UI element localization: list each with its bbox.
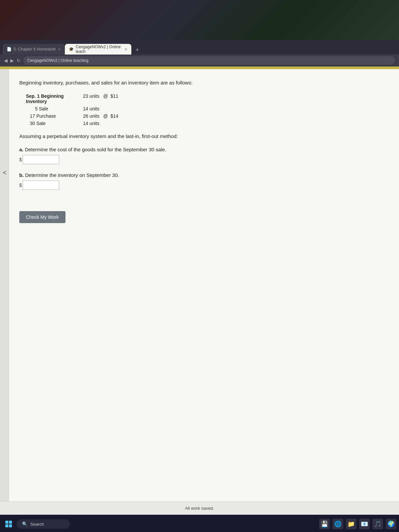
inv-date-3: 17 Purchase (26, 113, 79, 119)
part-a-label: a. Determine the cost of the goods sold … (19, 147, 386, 152)
chevron-left-icon: < (3, 169, 7, 177)
inventory-row-4: 30 Sale 14 units (26, 121, 386, 126)
refresh-button[interactable]: ↻ (17, 58, 21, 63)
taskbar-icon-mail[interactable]: 📧 (359, 519, 370, 529)
check-my-work-button[interactable]: Check My Work (19, 211, 66, 223)
assumption-text: Assuming a perpetual inventory system an… (19, 133, 386, 140)
tab-icon-2: 🎓 (69, 47, 74, 52)
inventory-table: Sep. 1 Beginning Inventory 23 units @ $1… (26, 93, 386, 126)
part-a-dollar-sign: $ (19, 157, 22, 162)
tab-cengagenow[interactable]: 🎓 CengageNOWv2 | Online teach ✕ (65, 44, 131, 55)
taskbar-icon-browser[interactable]: 🌐 (332, 519, 343, 529)
part-b-dollar-sign: $ (19, 183, 22, 188)
tab-label-2: CengageNOWv2 | Online teach (76, 45, 122, 54)
tab-close-1[interactable]: ✕ (58, 47, 61, 52)
part-b-input-row: $ (19, 181, 386, 190)
taskbar: 🔍 Search 💾 🌐 📁 📧 🎵 🌍 (0, 515, 399, 532)
browser-chrome: 📄 5: Chapter 6 Homework ✕ 🎓 CengageNOWv2… (0, 40, 399, 66)
content-area: < Beginning inventory, purchases, and sa… (0, 69, 399, 501)
taskbar-icon-file[interactable]: 💾 (319, 519, 330, 529)
part-a-input[interactable] (23, 155, 59, 164)
new-tab-button[interactable]: + (133, 45, 142, 55)
win-sq-2 (9, 521, 12, 524)
taskbar-wrapper: 🔍 Search 💾 🌐 📁 📧 🎵 🌍 (0, 515, 399, 532)
tab-label-1: 5: Chapter 6 Homework (14, 47, 56, 52)
left-nav-arrow[interactable]: < (0, 69, 9, 501)
part-b-input[interactable] (23, 181, 59, 190)
tab-icon-1: 📄 (7, 47, 12, 52)
url-text: CengageNOWv2 | Online teaching (27, 58, 88, 63)
win-sq-3 (5, 524, 8, 527)
taskbar-search[interactable]: 🔍 Search (17, 519, 70, 529)
search-icon: 🔍 (22, 521, 28, 527)
taskbar-icon-folder[interactable]: 📁 (346, 519, 356, 529)
taskbar-icons: 💾 🌐 📁 📧 🎵 🌍 (319, 519, 396, 529)
windows-icon (5, 521, 12, 527)
part-a-input-row: $ (19, 155, 386, 164)
address-bar: ◀ ▶ ↻ CengageNOWv2 | Online teaching (0, 55, 399, 66)
forward-button[interactable]: ▶ (10, 58, 14, 63)
inv-details-2: 14 units (79, 106, 99, 111)
desktop-background (0, 0, 399, 40)
taskbar-icon-settings[interactable]: 🌍 (386, 519, 396, 529)
inv-details-4: 14 units (79, 121, 99, 126)
inv-date-1: Sep. 1 Beginning Inventory (26, 93, 79, 104)
inventory-row-3: 17 Purchase 26 units @ $14 (26, 113, 386, 119)
status-bar: All work saved. (0, 501, 399, 515)
inv-details-3: 26 units @ $14 (79, 113, 118, 119)
url-bar[interactable]: CengageNOWv2 | Online teaching (23, 56, 395, 65)
win-sq-4 (9, 524, 12, 527)
taskbar-icon-music[interactable]: 🎵 (372, 519, 383, 529)
question-part-a: a. Determine the cost of the goods sold … (19, 147, 386, 164)
back-button[interactable]: ◀ (4, 58, 8, 63)
question-content: Beginning inventory, purchases, and sale… (9, 69, 399, 501)
tab-close-2[interactable]: ✕ (124, 47, 127, 52)
inv-date-4: 30 Sale (26, 121, 79, 126)
inventory-row-2: 5 Sale 14 units (26, 106, 386, 111)
part-b-label: b. Determine the inventory on September … (19, 172, 386, 178)
status-message: All work saved. (185, 506, 214, 511)
tab-chapter6-homework[interactable]: 📄 5: Chapter 6 Homework ✕ (3, 44, 65, 55)
yellow-stripe (0, 66, 399, 69)
inventory-row-1: Sep. 1 Beginning Inventory 23 units @ $1… (26, 93, 386, 104)
question-intro: Beginning inventory, purchases, and sale… (19, 79, 386, 87)
start-button[interactable] (3, 518, 15, 530)
question-part-b: b. Determine the inventory on September … (19, 172, 386, 190)
inv-details-1: 23 units @ $11 (79, 93, 118, 104)
inv-date-2: 5 Sale (26, 106, 79, 111)
search-label: Search (30, 522, 44, 527)
tab-bar: 📄 5: Chapter 6 Homework ✕ 🎓 CengageNOWv2… (0, 42, 399, 55)
win-sq-1 (5, 521, 8, 524)
